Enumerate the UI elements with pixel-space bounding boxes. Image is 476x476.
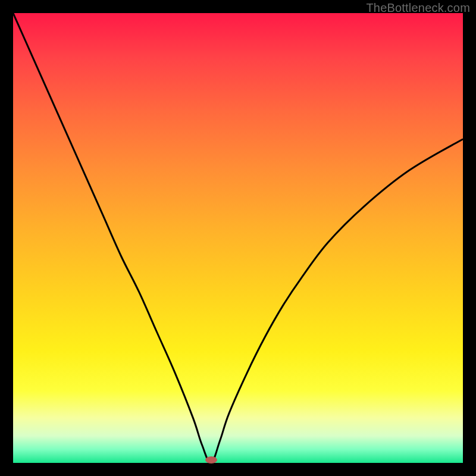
bottleneck-curve	[13, 13, 463, 463]
plot-area	[13, 13, 463, 463]
minimum-marker	[205, 456, 217, 464]
curve-path	[13, 13, 463, 463]
